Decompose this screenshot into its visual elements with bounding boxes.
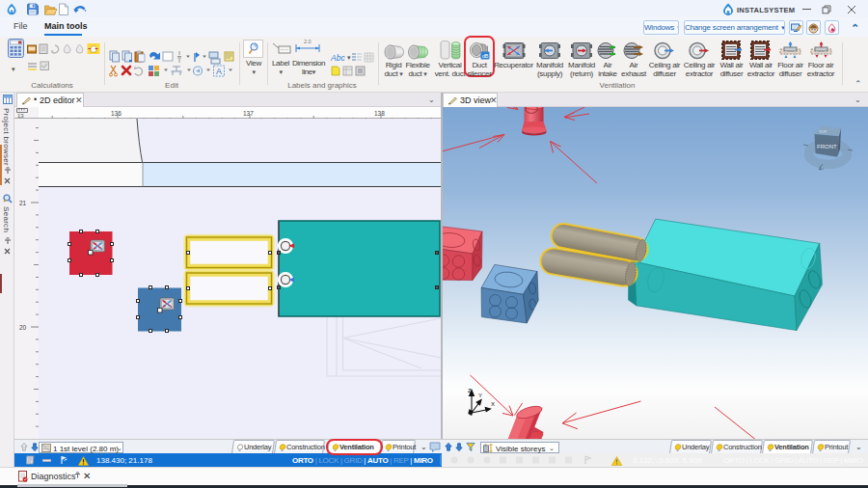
svg-text:A: A [216, 67, 222, 76]
svg-text:138: 138 [374, 110, 385, 117]
svg-text:20: 20 [19, 324, 27, 331]
svg-text:Y: Y [478, 393, 482, 398]
svg-text:Z: Z [468, 388, 472, 393]
svg-text:TOP: TOP [819, 129, 827, 134]
svg-text:2.0: 2.0 [304, 39, 312, 44]
svg-text:136: 136 [111, 110, 122, 117]
svg-text:137: 137 [243, 110, 254, 117]
svg-text:21: 21 [19, 200, 27, 206]
svg-text:X: X [491, 401, 495, 407]
svg-text:FRONT: FRONT [817, 144, 837, 149]
